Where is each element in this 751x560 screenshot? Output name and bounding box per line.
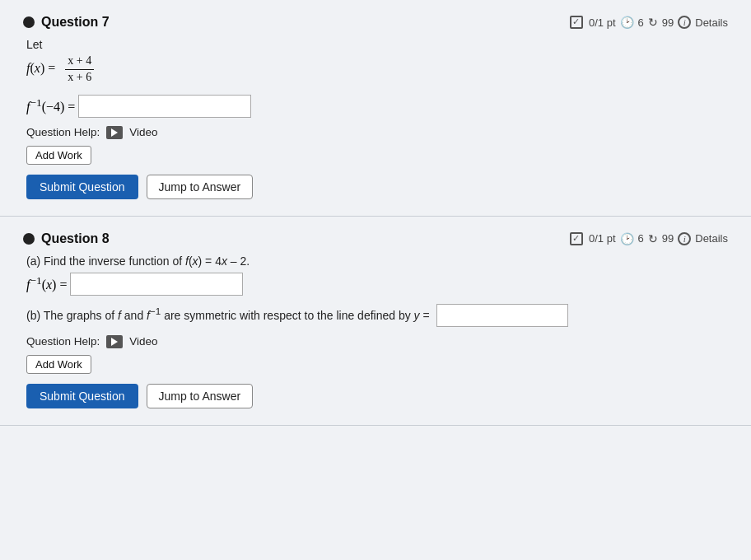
- inverse-notation-q8a: f−1(x) =: [26, 274, 67, 292]
- part-a-input-row: f−1(x) =: [26, 273, 728, 296]
- refresh-icon: ↻: [648, 16, 658, 29]
- question-8-header: Question 8 0/1 pt 🕑 6 ↻ 99 i Details: [23, 231, 728, 246]
- question-8-retries: 6: [638, 232, 644, 245]
- question-7-title-row: Question 7: [23, 15, 110, 30]
- let-label: Let: [26, 38, 728, 51]
- function-definition: f(x) = x + 4 x + 6: [26, 54, 728, 85]
- question-7-detail: Details: [695, 16, 728, 29]
- fraction-numerator: x + 4: [65, 54, 94, 70]
- part-a-label: (a) Find the inverse function of f(x) = …: [26, 254, 728, 268]
- add-work-button-q8[interactable]: Add Work: [26, 355, 91, 374]
- jump-button-q7[interactable]: Jump to Answer: [147, 175, 254, 199]
- question-7-help-row: Question Help: Video: [26, 126, 728, 139]
- part-b-label: (b) The graphs of f and f−1 are symmetri…: [26, 304, 728, 327]
- clock-icon-q8: 🕑: [620, 232, 634, 245]
- info-icon: i: [678, 16, 691, 29]
- part-b-row: (b) The graphs of f and f−1 are symmetri…: [26, 304, 728, 327]
- function-name: f(x) =: [26, 61, 55, 75]
- inverse-notation-q7: f−1(−4) =: [26, 96, 75, 114]
- question-8-block: Question 8 0/1 pt 🕑 6 ↻ 99 i Details (a)…: [0, 217, 751, 426]
- submit-button-q8[interactable]: Submit Question: [26, 384, 138, 408]
- question-8-score: 0/1 pt: [589, 232, 616, 245]
- fraction-denominator: x + 6: [65, 70, 94, 85]
- question-7-submissions: 99: [662, 16, 674, 29]
- inverse-answer-input-q8a[interactable]: [70, 273, 243, 296]
- question-7-bullet: [23, 16, 35, 28]
- question-7-title: Question 7: [41, 15, 110, 30]
- fraction-display: x + 4 x + 6: [65, 54, 94, 85]
- inverse-input-row: f−1(−4) =: [26, 95, 728, 118]
- help-label-q8: Question Help:: [26, 335, 100, 348]
- question-8-action-row: Submit Question Jump to Answer: [26, 384, 728, 408]
- part-a-row: (a) Find the inverse function of f(x) = …: [26, 254, 728, 296]
- check-icon-q8: [570, 232, 583, 245]
- question-8-detail: Details: [695, 232, 728, 245]
- question-7-body: Let f(x) = x + 4 x + 6 f−1(−4) = Questio…: [23, 38, 728, 199]
- question-8-help-row: Question Help: Video: [26, 335, 728, 348]
- add-work-button-q7[interactable]: Add Work: [26, 146, 91, 165]
- help-label-q7: Question Help:: [26, 126, 100, 138]
- jump-button-q8[interactable]: Jump to Answer: [147, 384, 254, 408]
- question-7-block: Question 7 0/1 pt 🕑 6 ↻ 99 i Details Let…: [0, 0, 751, 217]
- submit-button-q7[interactable]: Submit Question: [26, 175, 138, 199]
- main-container: Question 7 0/1 pt 🕑 6 ↻ 99 i Details Let…: [0, 0, 751, 560]
- question-7-meta: 0/1 pt 🕑 6 ↻ 99 i Details: [570, 16, 728, 29]
- question-8-submissions: 99: [662, 232, 674, 245]
- question-7-retries: 6: [638, 16, 644, 29]
- question-8-title: Question 8: [41, 231, 110, 246]
- symmetry-answer-input-q8b[interactable]: [436, 304, 568, 327]
- question-7-score: 0/1 pt: [589, 16, 616, 29]
- question-8-title-row: Question 8: [23, 231, 110, 246]
- video-label-q8: Video: [129, 335, 157, 348]
- question-7-action-row: Submit Question Jump to Answer: [26, 175, 728, 199]
- question-7-header: Question 7 0/1 pt 🕑 6 ↻ 99 i Details: [23, 15, 728, 30]
- video-label-q7: Video: [129, 126, 157, 138]
- question-8-body: (a) Find the inverse function of f(x) = …: [23, 254, 728, 408]
- info-icon-q8: i: [678, 232, 691, 245]
- check-icon: [570, 16, 583, 29]
- video-icon-q8: [106, 335, 123, 348]
- clock-icon: 🕑: [620, 16, 634, 29]
- question-8-meta: 0/1 pt 🕑 6 ↻ 99 i Details: [570, 232, 728, 245]
- refresh-icon-q8: ↻: [648, 232, 658, 245]
- inverse-answer-input-q7[interactable]: [78, 95, 251, 118]
- question-8-bullet: [23, 233, 35, 245]
- video-icon-q7: [106, 126, 123, 139]
